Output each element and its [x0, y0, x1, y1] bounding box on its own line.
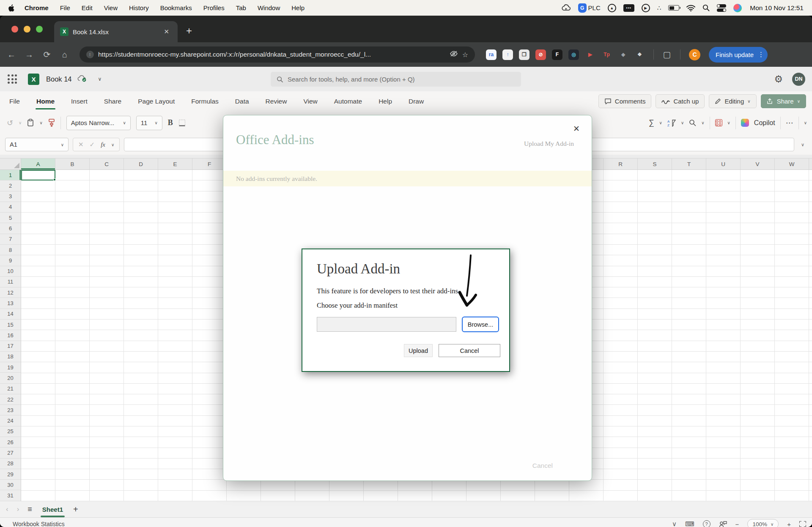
battery-icon[interactable] — [668, 3, 679, 13]
upload-button[interactable]: Upload — [404, 344, 433, 357]
editing-mode-button[interactable]: Editing ∨ — [709, 94, 756, 108]
eye-slash-icon[interactable] — [450, 51, 458, 58]
extension-icon[interactable]: ra — [486, 49, 497, 60]
ribbon-tab-page-layout[interactable]: Page Layout — [137, 96, 176, 107]
column-header-t[interactable]: T — [672, 158, 706, 169]
zoom-out-icon[interactable]: − — [735, 521, 739, 527]
extension-icon[interactable]: ❐ — [519, 49, 529, 60]
help-icon[interactable]: ? — [703, 520, 710, 527]
bookmark-star-icon[interactable]: ☆ — [462, 51, 468, 59]
extension-icon[interactable]: ↑ — [502, 49, 513, 60]
row-header-28[interactable]: 28 — [0, 459, 21, 469]
column-header-f[interactable]: F — [192, 158, 227, 169]
forward-icon[interactable]: → — [25, 50, 34, 60]
menu-item-edit[interactable]: Edit — [82, 4, 93, 11]
ribbon-tab-share[interactable]: Share — [103, 96, 122, 107]
wifi-icon[interactable] — [686, 3, 695, 13]
minimize-window-button[interactable] — [24, 26, 30, 33]
extension-icon[interactable]: F — [552, 49, 562, 60]
keyboard-icon[interactable]: ••• — [623, 3, 634, 13]
format-painter-icon[interactable] — [48, 119, 55, 127]
menu-clock[interactable]: Mon 10 Nov 12:51 — [750, 4, 804, 12]
extension-icon[interactable]: ◆ — [618, 49, 628, 60]
paste-icon[interactable] — [27, 119, 34, 127]
share-button[interactable]: Share ∨ — [761, 94, 806, 108]
settings-gear-icon[interactable]: ⚙ — [774, 74, 783, 85]
sort-filter-icon[interactable]: AZ — [667, 119, 676, 127]
excel-logo-icon[interactable]: X — [28, 74, 39, 85]
find-icon[interactable] — [689, 119, 696, 126]
collapse-ribbon-icon[interactable]: ∨ — [804, 120, 807, 125]
account-avatar[interactable]: DN — [792, 73, 805, 86]
catch-up-button[interactable]: Catch up — [656, 94, 705, 108]
document-title[interactable]: Book 14 — [46, 75, 72, 83]
extension-icon[interactable]: ⊘ — [535, 49, 546, 60]
zoom-window-button[interactable] — [36, 26, 43, 33]
menu-item-profiles[interactable]: Profiles — [203, 4, 225, 11]
select-all-corner[interactable] — [0, 158, 21, 169]
autosum-icon[interactable]: ∑ — [649, 118, 654, 127]
browser-menu-icon[interactable]: ⋮ — [758, 51, 764, 58]
home-icon[interactable]: ⌂ — [60, 50, 69, 60]
menu-item-window[interactable]: Window — [258, 4, 280, 11]
column-header-c[interactable]: C — [90, 158, 124, 169]
column-header-b[interactable]: B — [55, 158, 90, 169]
column-header-a[interactable]: A — [21, 158, 55, 169]
font-name-select[interactable]: Aptos Narrow...∨ — [66, 116, 131, 130]
row-header-27[interactable]: 27 — [0, 448, 21, 458]
row-header-16[interactable]: 16 — [0, 330, 21, 341]
fill-handle[interactable] — [53, 178, 56, 181]
feedback-icon[interactable] — [719, 521, 727, 527]
cancel-entry-icon[interactable]: ✕ — [78, 141, 84, 148]
row-header-31[interactable]: 31 — [0, 490, 21, 501]
row-header-5[interactable]: 5 — [0, 213, 21, 223]
ribbon-tab-insert[interactable]: Insert — [70, 96, 88, 107]
upload-my-addin-link[interactable]: Upload My Add-in — [524, 140, 574, 147]
copilot-button[interactable]: Copilot — [754, 119, 775, 127]
creative-cloud-icon[interactable] — [562, 3, 571, 13]
bold-button[interactable]: B — [168, 118, 173, 127]
ribbon-tab-view[interactable]: View — [302, 96, 318, 107]
insert-function-icon[interactable]: fx — [101, 141, 105, 148]
status-chevron-icon[interactable]: ∨ — [672, 520, 677, 527]
comments-button[interactable]: Comments — [598, 94, 652, 108]
extension-icon[interactable]: Tp — [601, 49, 612, 60]
modal-cancel-button[interactable]: Cancel — [439, 344, 500, 357]
expand-formula-bar-icon[interactable]: ∨ — [798, 142, 807, 147]
row-header-15[interactable]: 15 — [0, 319, 21, 330]
zoom-in-icon[interactable]: + — [787, 521, 791, 527]
ribbon-tab-file[interactable]: File — [8, 96, 21, 107]
extension-icon[interactable]: ❖ — [634, 49, 645, 60]
new-tab-button[interactable]: + — [186, 26, 192, 36]
ribbon-tab-data[interactable]: Data — [234, 96, 250, 107]
ribbon-tab-automate[interactable]: Automate — [333, 96, 363, 107]
row-header-17[interactable]: 17 — [0, 341, 21, 352]
row-header-22[interactable]: 22 — [0, 394, 21, 405]
menu-item-help[interactable]: Help — [291, 4, 304, 11]
row-header-20[interactable]: 20 — [0, 373, 21, 383]
column-header-r[interactable]: R — [604, 158, 638, 169]
row-header-19[interactable]: 19 — [0, 362, 21, 373]
chrome-profile-avatar[interactable]: C — [689, 49, 700, 60]
ribbon-tab-help[interactable]: Help — [378, 96, 393, 107]
ribbon-tab-review[interactable]: Review — [265, 96, 288, 107]
menu-item-history[interactable]: History — [129, 4, 149, 11]
browse-button[interactable]: Browse... — [462, 317, 499, 332]
spotlight-icon[interactable] — [702, 3, 710, 13]
next-sheet-icon[interactable]: › — [17, 505, 19, 513]
row-header-10[interactable]: 10 — [0, 266, 21, 277]
app-launcher-icon[interactable] — [8, 74, 17, 84]
guardio-shield-icon[interactable]: GPLC — [578, 3, 601, 13]
row-header-13[interactable]: 13 — [0, 298, 21, 309]
row-header-3[interactable]: 3 — [0, 191, 21, 202]
column-header-e[interactable]: E — [158, 158, 192, 169]
column-header-d[interactable]: D — [124, 158, 158, 169]
workbook-statistics[interactable]: Workbook Statistics — [13, 521, 65, 527]
extension-icon[interactable]: ◎ — [568, 49, 579, 60]
ribbon-tab-draw[interactable]: Draw — [408, 96, 425, 107]
row-header-26[interactable]: 26 — [0, 437, 21, 448]
row-header-12[interactable]: 12 — [0, 287, 21, 298]
row-header-18[interactable]: 18 — [0, 352, 21, 362]
row-header-4[interactable]: 4 — [0, 202, 21, 213]
dialog-cancel-button[interactable]: Cancel — [532, 462, 553, 470]
